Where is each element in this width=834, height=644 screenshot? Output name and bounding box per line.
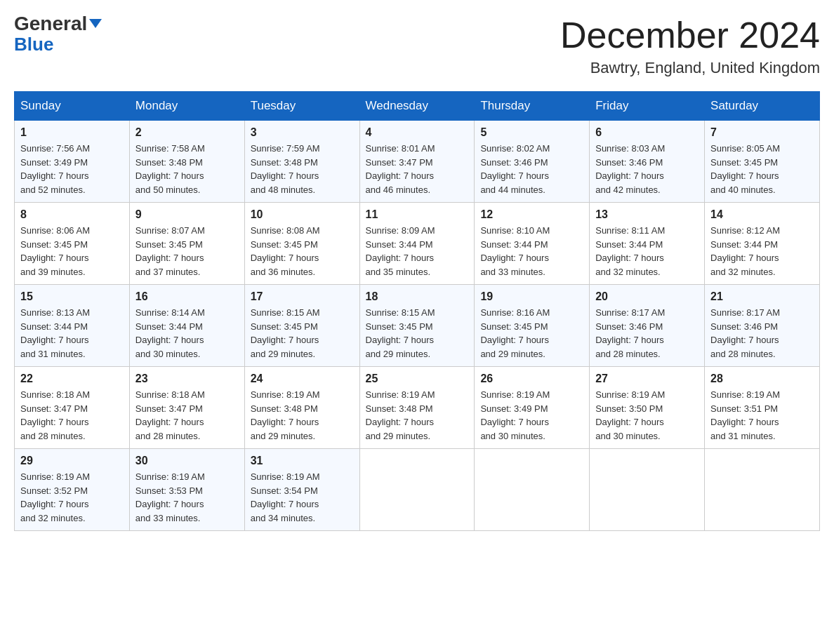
day-info: Sunrise: 8:05 AMSunset: 3:45 PMDaylight:…	[710, 143, 780, 195]
table-row: 8 Sunrise: 8:06 AMSunset: 3:45 PMDayligh…	[15, 203, 130, 285]
table-row: 29 Sunrise: 8:19 AMSunset: 3:52 PMDaylig…	[15, 449, 130, 531]
location-subtitle: Bawtry, England, United Kingdom	[560, 59, 820, 77]
calendar-week-2: 8 Sunrise: 8:06 AMSunset: 3:45 PMDayligh…	[15, 203, 820, 285]
day-number: 29	[20, 455, 124, 467]
day-number: 17	[251, 290, 354, 303]
table-row: 21 Sunrise: 8:17 AMSunset: 3:46 PMDaylig…	[705, 285, 820, 367]
day-info: Sunrise: 8:19 AMSunset: 3:48 PMDaylight:…	[251, 389, 320, 441]
day-number: 3	[251, 126, 354, 139]
col-wednesday: Wednesday	[359, 92, 475, 121]
day-number: 26	[480, 373, 583, 385]
table-row: 15 Sunrise: 8:13 AMSunset: 3:44 PMDaylig…	[15, 285, 130, 367]
col-thursday: Thursday	[475, 92, 590, 121]
day-info: Sunrise: 8:19 AMSunset: 3:49 PMDaylight:…	[480, 389, 550, 441]
day-number: 1	[20, 126, 124, 139]
table-row	[590, 449, 705, 531]
day-info: Sunrise: 8:13 AMSunset: 3:44 PMDaylight:…	[20, 307, 90, 359]
day-info: Sunrise: 8:12 AMSunset: 3:44 PMDaylight:…	[710, 225, 780, 277]
day-info: Sunrise: 8:15 AMSunset: 3:45 PMDaylight:…	[251, 307, 320, 359]
page-header: General Blue December 2024 Bawtry, Engla…	[14, 14, 820, 77]
table-row: 13 Sunrise: 8:11 AMSunset: 3:44 PMDaylig…	[590, 203, 705, 285]
calendar-body: 1 Sunrise: 7:56 AMSunset: 3:49 PMDayligh…	[15, 121, 820, 531]
day-number: 8	[20, 208, 124, 221]
day-number: 27	[595, 373, 699, 385]
day-info: Sunrise: 8:07 AMSunset: 3:45 PMDaylight:…	[135, 225, 205, 277]
table-row: 18 Sunrise: 8:15 AMSunset: 3:45 PMDaylig…	[359, 285, 475, 367]
day-info: Sunrise: 8:17 AMSunset: 3:46 PMDaylight:…	[710, 307, 780, 359]
day-number: 7	[710, 126, 814, 139]
table-row: 9 Sunrise: 8:07 AMSunset: 3:45 PMDayligh…	[129, 203, 244, 285]
col-saturday: Saturday	[705, 92, 820, 121]
col-friday: Friday	[590, 92, 705, 121]
day-info: Sunrise: 8:01 AMSunset: 3:47 PMDaylight:…	[366, 143, 435, 195]
day-info: Sunrise: 8:19 AMSunset: 3:53 PMDaylight:…	[135, 471, 205, 523]
table-row: 27 Sunrise: 8:19 AMSunset: 3:50 PMDaylig…	[590, 367, 705, 449]
day-number: 18	[366, 290, 469, 303]
day-number: 11	[366, 208, 469, 221]
table-row: 20 Sunrise: 8:17 AMSunset: 3:46 PMDaylig…	[590, 285, 705, 367]
table-row: 11 Sunrise: 8:09 AMSunset: 3:44 PMDaylig…	[359, 203, 475, 285]
table-row	[475, 449, 590, 531]
table-row: 7 Sunrise: 8:05 AMSunset: 3:45 PMDayligh…	[705, 121, 820, 203]
day-info: Sunrise: 8:09 AMSunset: 3:44 PMDaylight:…	[366, 225, 435, 277]
day-info: Sunrise: 8:19 AMSunset: 3:51 PMDaylight:…	[710, 389, 780, 441]
day-number: 12	[480, 208, 583, 221]
calendar-week-4: 22 Sunrise: 8:18 AMSunset: 3:47 PMDaylig…	[15, 367, 820, 449]
day-number: 4	[366, 126, 469, 139]
day-info: Sunrise: 8:03 AMSunset: 3:46 PMDaylight:…	[595, 143, 665, 195]
day-info: Sunrise: 8:18 AMSunset: 3:47 PMDaylight:…	[20, 389, 90, 441]
table-row: 6 Sunrise: 8:03 AMSunset: 3:46 PMDayligh…	[590, 121, 705, 203]
table-row: 1 Sunrise: 7:56 AMSunset: 3:49 PMDayligh…	[15, 121, 130, 203]
day-number: 15	[20, 290, 124, 303]
day-number: 13	[595, 208, 699, 221]
day-number: 16	[135, 290, 239, 303]
day-info: Sunrise: 7:59 AMSunset: 3:48 PMDaylight:…	[251, 143, 320, 195]
table-row	[359, 449, 475, 531]
day-info: Sunrise: 7:56 AMSunset: 3:49 PMDaylight:…	[20, 143, 90, 195]
day-number: 14	[710, 208, 814, 221]
logo-text-line2: Blue	[14, 34, 53, 55]
table-row: 26 Sunrise: 8:19 AMSunset: 3:49 PMDaylig…	[475, 367, 590, 449]
day-number: 24	[251, 373, 354, 385]
col-tuesday: Tuesday	[244, 92, 359, 121]
day-info: Sunrise: 8:19 AMSunset: 3:52 PMDaylight:…	[20, 471, 90, 523]
day-number: 19	[480, 290, 583, 303]
table-row: 31 Sunrise: 8:19 AMSunset: 3:54 PMDaylig…	[244, 449, 359, 531]
table-row: 2 Sunrise: 7:58 AMSunset: 3:48 PMDayligh…	[129, 121, 244, 203]
calendar-week-3: 15 Sunrise: 8:13 AMSunset: 3:44 PMDaylig…	[15, 285, 820, 367]
table-row: 14 Sunrise: 8:12 AMSunset: 3:44 PMDaylig…	[705, 203, 820, 285]
day-info: Sunrise: 8:19 AMSunset: 3:54 PMDaylight:…	[251, 471, 320, 523]
day-info: Sunrise: 8:17 AMSunset: 3:46 PMDaylight:…	[595, 307, 665, 359]
col-sunday: Sunday	[15, 92, 130, 121]
logo-text-line1: General	[14, 14, 102, 34]
day-info: Sunrise: 8:10 AMSunset: 3:44 PMDaylight:…	[480, 225, 550, 277]
calendar-week-1: 1 Sunrise: 7:56 AMSunset: 3:49 PMDayligh…	[15, 121, 820, 203]
title-area: December 2024 Bawtry, England, United Ki…	[560, 14, 820, 77]
day-number: 9	[135, 208, 239, 221]
col-monday: Monday	[129, 92, 244, 121]
day-number: 25	[366, 373, 469, 385]
day-info: Sunrise: 8:16 AMSunset: 3:45 PMDaylight:…	[480, 307, 550, 359]
day-number: 10	[251, 208, 354, 221]
day-info: Sunrise: 8:02 AMSunset: 3:46 PMDaylight:…	[480, 143, 550, 195]
day-number: 22	[20, 373, 124, 385]
day-number: 21	[710, 290, 814, 303]
day-info: Sunrise: 8:15 AMSunset: 3:45 PMDaylight:…	[366, 307, 435, 359]
table-row: 30 Sunrise: 8:19 AMSunset: 3:53 PMDaylig…	[129, 449, 244, 531]
table-row: 3 Sunrise: 7:59 AMSunset: 3:48 PMDayligh…	[244, 121, 359, 203]
day-number: 5	[480, 126, 583, 139]
day-info: Sunrise: 8:11 AMSunset: 3:44 PMDaylight:…	[595, 225, 665, 277]
logo: General Blue	[14, 14, 102, 55]
table-row: 5 Sunrise: 8:02 AMSunset: 3:46 PMDayligh…	[475, 121, 590, 203]
table-row: 28 Sunrise: 8:19 AMSunset: 3:51 PMDaylig…	[705, 367, 820, 449]
calendar-week-5: 29 Sunrise: 8:19 AMSunset: 3:52 PMDaylig…	[15, 449, 820, 531]
table-row: 12 Sunrise: 8:10 AMSunset: 3:44 PMDaylig…	[475, 203, 590, 285]
table-row: 22 Sunrise: 8:18 AMSunset: 3:47 PMDaylig…	[15, 367, 130, 449]
month-title: December 2024	[560, 14, 820, 56]
day-number: 23	[135, 373, 239, 385]
calendar-table: Sunday Monday Tuesday Wednesday Thursday…	[14, 91, 820, 531]
day-info: Sunrise: 8:14 AMSunset: 3:44 PMDaylight:…	[135, 307, 205, 359]
calendar-header: Sunday Monday Tuesday Wednesday Thursday…	[15, 92, 820, 121]
table-row: 19 Sunrise: 8:16 AMSunset: 3:45 PMDaylig…	[475, 285, 590, 367]
day-info: Sunrise: 8:06 AMSunset: 3:45 PMDaylight:…	[20, 225, 90, 277]
